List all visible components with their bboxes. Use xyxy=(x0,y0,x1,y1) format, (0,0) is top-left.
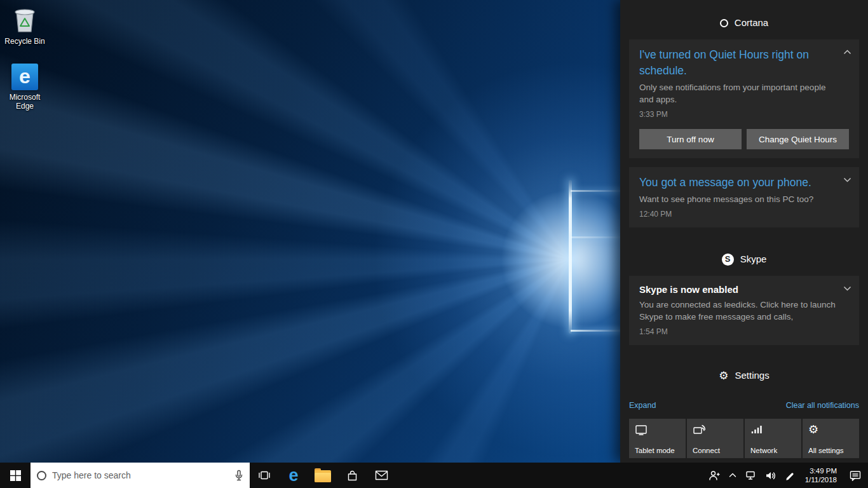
file-explorer-icon xyxy=(315,470,331,482)
change-quiet-hours-button[interactable]: Change Quiet Hours xyxy=(747,129,849,149)
edge-icon: e xyxy=(288,467,298,484)
windows-ink-button[interactable] xyxy=(780,463,799,488)
notification-phone-message[interactable]: You got a message on your phone. Want to… xyxy=(629,167,859,227)
quick-action-tablet-mode[interactable]: Tablet mode xyxy=(629,419,686,458)
taskbar-edge-button[interactable]: e xyxy=(279,463,308,488)
group-header-cortana[interactable]: Cortana xyxy=(629,17,859,29)
expand-chevron-icon[interactable] xyxy=(843,286,851,291)
desktop-icon-recycle-bin[interactable]: Recycle Bin xyxy=(0,5,50,46)
notification-body: Want to see phone messages on this PC to… xyxy=(639,193,849,205)
notification-icon xyxy=(850,470,861,481)
system-tray: 3:49 PM 1/11/2018 xyxy=(704,463,868,488)
taskbar-clock[interactable]: 3:49 PM 1/11/2018 xyxy=(799,466,843,484)
quick-action-network[interactable]: Network xyxy=(745,419,801,458)
quick-action-connect[interactable]: Connect xyxy=(687,419,743,458)
taskbar: e xyxy=(0,463,868,488)
quick-action-all-settings[interactable]: ⚙ All settings xyxy=(803,419,859,458)
notification-time: 12:40 PM xyxy=(639,210,849,219)
expand-chevron-icon[interactable] xyxy=(843,177,851,182)
notification-title: I've turned on Quiet Hours right on sche… xyxy=(639,47,849,79)
network-icon xyxy=(745,470,756,480)
group-header-skype[interactable]: S Skype xyxy=(629,253,859,266)
desktop-icon-microsoft-edge[interactable]: e Microsoft Edge xyxy=(0,64,50,111)
skype-icon: S xyxy=(722,254,734,266)
notification-actions: Turn off now Change Quiet Hours xyxy=(639,129,849,149)
people-icon xyxy=(709,470,720,481)
desktop-icon-label: Recycle Bin xyxy=(4,37,44,46)
notification-title: Skype is now enabled xyxy=(639,283,849,296)
clock-time: 3:49 PM xyxy=(805,466,837,475)
recycle-bin-icon xyxy=(12,5,37,34)
people-button[interactable] xyxy=(704,463,724,488)
taskbar-file-explorer-button[interactable] xyxy=(308,463,337,488)
quick-action-label: All settings xyxy=(808,447,844,454)
screen: Recycle Bin e Microsoft Edge Cortana I'v… xyxy=(0,0,868,488)
edge-icon: e xyxy=(11,64,38,90)
tray-network-button[interactable] xyxy=(741,463,761,488)
wallpaper-light-beam xyxy=(571,330,620,332)
tablet-mode-icon xyxy=(635,424,648,435)
store-icon xyxy=(346,470,358,482)
speaker-icon xyxy=(765,471,776,480)
action-center-button[interactable] xyxy=(843,463,868,488)
start-button[interactable] xyxy=(0,463,31,488)
wallpaper-light-beam xyxy=(571,190,620,192)
action-center-links: Expand Clear all notifications xyxy=(629,401,859,410)
task-view-icon xyxy=(258,470,271,480)
wallpaper-window-light xyxy=(569,180,572,334)
gear-icon: ⚙ xyxy=(719,370,728,381)
notification-skype-enabled[interactable]: Skype is now enabled You are connected a… xyxy=(629,276,859,345)
show-hidden-icons-button[interactable] xyxy=(724,463,741,488)
turn-off-now-button[interactable]: Turn off now xyxy=(639,129,742,149)
group-header-label: Skype xyxy=(740,253,767,266)
pen-icon xyxy=(785,470,795,480)
cortana-icon xyxy=(720,19,728,27)
gear-icon: ⚙ xyxy=(808,424,818,435)
chevron-up-icon xyxy=(729,473,736,478)
group-header-label: Cortana xyxy=(735,17,768,29)
wallpaper-light-beam xyxy=(571,236,620,238)
quick-action-label: Connect xyxy=(693,447,720,454)
action-center-panel: Cortana I've turned on Quiet Hours right… xyxy=(620,0,868,463)
task-view-button[interactable] xyxy=(250,463,279,488)
notification-time: 1:54 PM xyxy=(639,327,849,336)
cortana-icon xyxy=(37,471,46,480)
mail-icon xyxy=(375,470,388,480)
notification-title: You got a message on your phone. xyxy=(639,175,849,191)
notification-quiet-hours[interactable]: I've turned on Quiet Hours right on sche… xyxy=(629,39,859,158)
microphone-icon[interactable] xyxy=(234,470,243,482)
clear-all-notifications-link[interactable]: Clear all notifications xyxy=(786,401,859,410)
network-icon xyxy=(750,424,763,435)
tray-volume-button[interactable] xyxy=(761,463,780,488)
notification-time: 3:33 PM xyxy=(639,110,849,119)
group-header-settings[interactable]: ⚙ Settings xyxy=(629,369,859,382)
collapse-chevron-icon[interactable] xyxy=(843,50,851,55)
notification-body: You are connected as leedicks. Click her… xyxy=(639,299,849,323)
connect-icon xyxy=(693,424,705,435)
taskbar-search-box[interactable] xyxy=(31,463,250,488)
desktop-icon-label: Microsoft Edge xyxy=(0,93,50,111)
clock-date: 1/11/2018 xyxy=(805,475,837,484)
search-input[interactable] xyxy=(52,470,229,480)
quick-action-label: Tablet mode xyxy=(635,447,675,454)
quick-actions-row: Tablet mode Connect Network ⚙ All settin… xyxy=(629,419,859,458)
quick-action-label: Network xyxy=(750,447,777,454)
group-header-label: Settings xyxy=(735,369,770,382)
windows-logo-icon xyxy=(10,470,21,481)
taskbar-mail-button[interactable] xyxy=(367,463,396,488)
expand-link[interactable]: Expand xyxy=(629,401,656,410)
taskbar-store-button[interactable] xyxy=(337,463,367,488)
notification-body: Only see notifications from your importa… xyxy=(639,81,849,105)
